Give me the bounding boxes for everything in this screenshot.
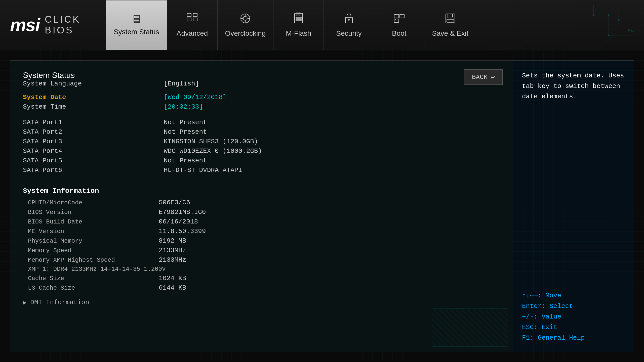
help-text: Sets the system date. Uses tab key to sw…: [522, 71, 625, 102]
mem-speed-row: Memory Speed 2133MHz: [23, 247, 500, 254]
language-label: System Language: [23, 80, 164, 87]
svg-rect-12: [296, 17, 301, 18]
right-panel: Sets the system date. Uses tab key to sw…: [513, 60, 634, 352]
date-value: [Wed 09/12/2018]: [164, 94, 227, 101]
save-exit-icon: [444, 12, 456, 27]
language-value: [English]: [164, 80, 199, 87]
advanced-icon: [186, 12, 198, 27]
bios-version-value: E7982IMS.IG0: [159, 208, 206, 216]
l3-cache-label: L3 Cache Size: [23, 285, 159, 291]
svg-rect-3: [193, 18, 197, 21]
bios-product-name: CLICK BIOS: [45, 14, 106, 36]
back-button[interactable]: BACK ↩: [464, 69, 503, 85]
sata-port3-row: SATA Port3 KINGSTON SHFS3 (120.0GB): [23, 138, 500, 145]
sata-port2-label: SATA Port2: [23, 128, 164, 136]
svg-point-16: [348, 19, 350, 21]
tab-system-status[interactable]: 🖥 System Status: [106, 0, 167, 50]
msi-logo: msi: [10, 15, 40, 35]
cpuid-label: CPUID/MicroCode: [23, 199, 159, 206]
sata-port6-row: SATA Port6 HL-DT-ST DVDRA ATAPI: [23, 166, 500, 174]
tab-system-status-label: System Status: [114, 28, 159, 36]
svg-point-36: [593, 14, 594, 16]
sata-port4-row: SATA Port4 WDC WD10EZEX-0 (1000.2GB): [23, 147, 500, 155]
dmi-row[interactable]: ▶ DMI Information: [23, 299, 500, 306]
bios-version-label: BIOS Version: [23, 209, 159, 216]
tab-advanced[interactable]: Advanced: [167, 0, 218, 50]
dmi-label: DMI Information: [30, 299, 89, 306]
svg-point-5: [243, 16, 247, 20]
svg-rect-24: [446, 14, 455, 23]
tab-boot[interactable]: Boot: [374, 0, 424, 50]
cache-label: Cache Size: [23, 275, 159, 282]
xmp-detail-row: XMP 1: DDR4 2133MHz 14-14-14-35 1.200V: [23, 266, 500, 273]
bios-build-row: BIOS Build Date 06/16/2018: [23, 218, 500, 225]
cpuid-row: CPUID/MicroCode 506E3/C6: [23, 199, 500, 206]
svg-point-23: [395, 19, 396, 20]
svg-point-22: [400, 14, 401, 15]
overclocking-icon: [239, 12, 251, 27]
sata-port5-value: Not Present: [164, 157, 207, 164]
bios-build-value: 06/16/2018: [159, 218, 198, 225]
logo-area: msi CLICK BIOS: [0, 0, 106, 50]
sata-port1-value: Not Present: [164, 119, 207, 126]
sata-port6-label: SATA Port6: [23, 166, 164, 174]
back-arrow-icon: ↩: [491, 73, 495, 81]
tab-security[interactable]: Security: [324, 0, 374, 50]
circuit-decoration: [569, 0, 644, 50]
mem-xmp-row: Memory XMP Highest Speed 2133MHz: [23, 256, 500, 264]
tab-boot-label: Boot: [392, 29, 407, 37]
sata-port6-value: HL-DT-ST DVDRA ATAPI: [164, 166, 242, 174]
m-flash-icon: BIOS: [293, 12, 305, 27]
svg-rect-26: [447, 19, 454, 22]
hint-move: ↑↓←→: Move: [522, 292, 625, 299]
page-title: System Status: [23, 71, 75, 80]
time-label: System Time: [23, 103, 164, 111]
sys-info-header: System Information: [23, 187, 500, 195]
tab-advanced-label: Advanced: [177, 29, 208, 37]
hint-exit: ESC: Exit: [522, 324, 625, 331]
svg-text:BIOS: BIOS: [296, 15, 300, 17]
sata-port3-value: KINGSTON SHFS3 (120.0GB): [164, 138, 258, 145]
keyboard-hints: ↑↓←→: Move Enter: Select +/-: Value ESC:…: [522, 292, 625, 342]
me-version-label: ME Version: [23, 228, 159, 235]
xmp-detail-label: XMP 1: DDR4 2133MHz 14-14-14-35 1.200V: [23, 266, 166, 273]
svg-point-21: [395, 14, 396, 15]
hint-value: +/-: Value: [522, 313, 625, 321]
bios-version-row: BIOS Version E7982IMS.IG0: [23, 208, 500, 216]
svg-point-41: [628, 29, 630, 31]
date-row[interactable]: System Date [Wed 09/12/2018]: [23, 94, 500, 101]
sata-port1-label: SATA Port1: [23, 119, 164, 126]
physical-mem-value: 8192 MB: [159, 237, 186, 245]
tab-overclocking[interactable]: Overclocking: [218, 0, 274, 50]
svg-point-35: [618, 19, 620, 21]
sata-port5-label: SATA Port5: [23, 157, 164, 164]
physical-mem-label: Physical Memory: [23, 238, 159, 244]
tab-save-exit[interactable]: Save & Exit: [424, 0, 476, 50]
security-icon: [343, 12, 355, 27]
nav-tabs: 🖥 System Status Advanced: [106, 0, 644, 50]
mem-speed-label: Memory Speed: [23, 247, 159, 254]
svg-point-37: [608, 14, 610, 16]
time-row: System Time [20:32:33]: [23, 103, 500, 111]
mem-speed-value: 2133MHz: [159, 247, 186, 254]
physical-mem-row: Physical Memory 8192 MB: [23, 237, 500, 245]
system-info-section: System Language [English] System Date [W…: [23, 80, 500, 306]
sata-port1-row: SATA Port1 Not Present: [23, 119, 500, 126]
mem-xmp-value: 2133MHz: [159, 256, 186, 264]
main-content: System Status BACK ↩ System Language [En…: [0, 50, 644, 362]
sata-port5-row: SATA Port5 Not Present: [23, 157, 500, 164]
cpuid-value: 506E3/C6: [159, 199, 190, 206]
l3-cache-value: 6144 KB: [159, 284, 186, 292]
tab-m-flash[interactable]: BIOS M-Flash: [273, 0, 324, 50]
bios-build-label: BIOS Build Date: [23, 218, 159, 225]
svg-point-38: [608, 34, 610, 36]
sata-port4-label: SATA Port4: [23, 147, 164, 155]
left-panel: System Status BACK ↩ System Language [En…: [10, 60, 513, 352]
hint-help: F1: General Help: [522, 334, 625, 342]
hint-select: Enter: Select: [522, 302, 625, 310]
me-version-value: 11.8.50.3399: [159, 228, 206, 235]
l3-cache-row: L3 Cache Size 6144 KB: [23, 284, 500, 292]
sata-port3-label: SATA Port3: [23, 138, 164, 145]
back-label: BACK: [472, 73, 488, 81]
cache-value: 1024 KB: [159, 275, 186, 282]
